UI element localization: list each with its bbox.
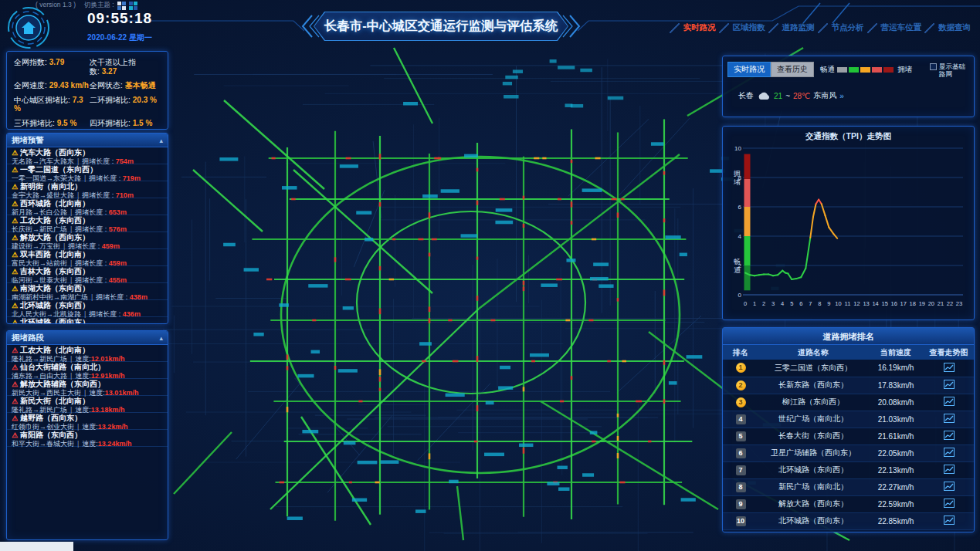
warning-item[interactable]: ⚠汽车大路（西向东） 无名路→汽车大路东|拥堵长度 : 754m	[7, 147, 168, 164]
warning-triangle-icon: ⚠	[12, 346, 18, 354]
ranking-row: 2 长新东路（西向东） 17.83km/h	[723, 377, 974, 394]
rank-badge: 5	[736, 431, 746, 441]
warning-triangle-icon: ⚠	[12, 234, 18, 242]
warning-item[interactable]: ⚠北环城路（东向西） 北人民大街→北凯旋路|拥堵长度 : 436m	[7, 300, 168, 317]
home-logo[interactable]	[6, 5, 51, 49]
congested-item[interactable]: ⚠新民大街（北向南） 隆礼路→新民广场|速度:13.18km/h	[7, 396, 168, 413]
collapse-icon[interactable]: ▴	[159, 334, 163, 342]
road-name: 三零二国道（东向西）	[758, 360, 868, 377]
congested-segments-panel: 拥堵路段 ▴ ⚠工农大路（北向南） 隆礼路→新民广场|速度:12.01km/h …	[6, 330, 168, 540]
rank-badge: 7	[736, 465, 746, 475]
weather-more-link[interactable]: »	[839, 92, 844, 100]
nav-item[interactable]: 区域指数	[719, 22, 765, 33]
nav-item[interactable]: 实时路况	[670, 22, 716, 33]
congested-item[interactable]: ⚠工农大路（北向南） 隆礼路→新民广场|速度:12.01km/h	[7, 345, 168, 362]
trend-chart-icon[interactable]	[944, 516, 955, 526]
warning-triangle-icon: ⚠	[12, 200, 18, 208]
rank-badge: 6	[736, 448, 746, 458]
nav-item[interactable]: 道路监测	[768, 22, 815, 33]
warning-item[interactable]: ⚠西环城路（北向南） 新月路→长白公路|拥堵长度 : 653m	[7, 198, 168, 215]
congested-item[interactable]: ⚠解放大路辅路（东向西） 新民大街→西民主大街|速度:13.01km/h	[7, 379, 168, 396]
warning-triangle-icon: ⚠	[12, 149, 18, 157]
road-speed: 16.19km/h	[868, 360, 924, 377]
road-speed: 22.05km/h	[868, 445, 924, 461]
trend-chart-icon[interactable]	[944, 482, 955, 492]
svg-text:19: 19	[919, 300, 925, 307]
trend-chart-icon[interactable]	[944, 431, 955, 441]
svg-text:5: 5	[790, 300, 793, 307]
warning-item[interactable]: ⚠工农大路（东向西） 长庆街→新民广场|拥堵长度 : 576m	[7, 215, 168, 232]
tab-realtime[interactable]: 实时路况	[727, 62, 771, 77]
warning-item[interactable]: ⚠一零二国道（东向西） 一零一国道→东荣大路|拥堵长度 : 719m	[7, 164, 168, 181]
system-title-frame: 长春市-中心城区交通运行监测与评估系统	[314, 12, 568, 41]
road-name: 北环城路（西向东）	[758, 512, 868, 529]
svg-text:16: 16	[891, 300, 897, 307]
warning-triangle-icon: ⚠	[12, 319, 18, 324]
svg-text:7: 7	[809, 300, 812, 307]
trend-chart-icon[interactable]	[944, 397, 955, 407]
ranking-row: 3 柳江路（东向西） 20.08km/h	[723, 394, 974, 411]
nav-item[interactable]: 营运车位置	[867, 22, 922, 33]
warning-item[interactable]: ⚠北环城路（西向东） |拥堵长度 :	[7, 317, 168, 324]
rank-badge: 10	[736, 516, 746, 526]
ranking-title: 道路拥堵排名	[723, 328, 974, 345]
congested-item[interactable]: ⚠南阳路（东向西） 和平大街→春城大街|速度:13.24km/h	[7, 430, 168, 447]
checkbox-icon[interactable]	[930, 63, 937, 70]
tpi-chart-panel: 交通指数（TPI）走势图 024681001234567891011121314…	[722, 126, 975, 320]
svg-text:1: 1	[753, 300, 756, 307]
trend-chart-icon[interactable]	[944, 363, 955, 374]
svg-text:3: 3	[771, 300, 775, 307]
traffic-legend: 畅通 拥堵	[820, 65, 912, 75]
rank-badge: 2	[736, 380, 746, 390]
svg-text:18: 18	[910, 300, 916, 307]
road-name: 北环城路（东向西）	[758, 461, 868, 478]
road-speed: 21.03km/h	[868, 411, 924, 428]
theme-option-light-icon[interactable]	[117, 2, 126, 10]
warning-triangle-icon: ⚠	[12, 302, 18, 309]
ranking-row: 8 新民广场（南向北） 22.27km/h	[723, 478, 974, 495]
nav-item[interactable]: 数据查询	[924, 22, 971, 33]
road-name: 柳江路（东向西）	[758, 394, 868, 411]
stat-item: 全网状态:基本畅通	[90, 81, 161, 90]
page-title: 长春市-中心城区交通运行监测与评估系统	[324, 18, 558, 35]
stat-item: 二环拥堵比:20.3 %	[90, 96, 161, 113]
svg-text:12: 12	[853, 300, 860, 307]
svg-text:14: 14	[872, 300, 878, 307]
nav-item[interactable]: 节点分析	[818, 22, 864, 33]
clock: 09:55:18	[70, 10, 170, 27]
trend-chart-icon[interactable]	[944, 448, 955, 458]
tab-history[interactable]: 查看历史	[771, 62, 814, 77]
warning-triangle-icon: ⚠	[12, 285, 18, 292]
collapse-icon[interactable]: ▴	[159, 137, 163, 144]
rank-badge: 4	[736, 414, 746, 424]
trend-chart-icon[interactable]	[944, 380, 955, 390]
congested-item[interactable]: ⚠越野路（西向东） 红领巾街→创业大街|速度:13.2km/h	[7, 413, 168, 430]
tpi-trend-chart: 0246810012345678910111213141516171819202…	[729, 142, 969, 318]
ranking-row: 6 卫星广场辅路（西向东） 22.05km/h	[723, 445, 974, 461]
svg-text:4: 4	[781, 300, 784, 307]
warning-item[interactable]: ⚠吉林大路（东向西） 临河街→世泰大街|拥堵长度 : 455m	[7, 266, 168, 283]
warning-triangle-icon: ⚠	[12, 183, 18, 191]
warning-item[interactable]: ⚠新明街（南向北） 金宇大路→盛世大路|拥堵长度 : 710m	[7, 181, 168, 198]
warning-triangle-icon: ⚠	[12, 363, 18, 371]
warning-item[interactable]: ⚠南湖大路（东向西） 南湖新村中街→南湖广场|拥堵长度 : 438m	[7, 283, 168, 300]
warning-item[interactable]: ⚠双丰西路（北向南） 富民大街→站前街|拥堵长度 : 459m	[7, 249, 168, 266]
base-network-checkbox[interactable]: 显示基础路网	[930, 63, 970, 78]
svg-text:17: 17	[900, 300, 907, 307]
trend-chart-icon[interactable]	[944, 465, 955, 475]
chart-title: 交通指数（TPI）走势图	[723, 127, 974, 142]
warning-item[interactable]: ⚠解放大路（西向东） 建设街→万宝街|拥堵长度 : 459m	[7, 232, 168, 249]
svg-text:11: 11	[845, 300, 851, 307]
trend-chart-icon[interactable]	[944, 414, 955, 424]
congested-item[interactable]: ⚠仙台大街辅路（南向北） 浦东路→自由大路|速度:12.91km/h	[7, 362, 168, 379]
road-speed: 21.61km/h	[868, 428, 924, 445]
warning-triangle-icon: ⚠	[12, 251, 18, 259]
svg-text:9: 9	[827, 300, 830, 307]
theme-option-dark-icon[interactable]	[129, 2, 137, 10]
trend-chart-icon[interactable]	[944, 499, 955, 509]
road-speed: 20.08km/h	[868, 394, 924, 411]
road-name: 长新东路（西向东）	[758, 377, 868, 394]
traffic-dashboard: ( version 1.3 ) 切换主题 : 09:55:18 2020-06-…	[0, 0, 980, 551]
ranking-row: 7 北环城路（东向西） 22.13km/h	[723, 461, 974, 478]
svg-text:0: 0	[738, 292, 742, 299]
